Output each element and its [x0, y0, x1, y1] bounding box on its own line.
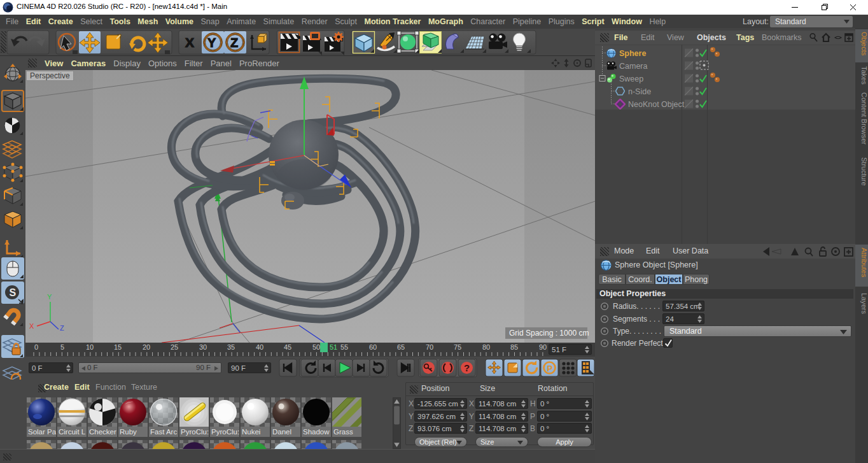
svg-text:Shadow: Shadow — [303, 428, 330, 436]
svg-text:85: 85 — [510, 343, 518, 351]
svg-text:PyroClu:: PyroClu: — [211, 428, 239, 436]
svg-text:55: 55 — [340, 343, 348, 351]
svg-text:Nukei: Nukei — [242, 428, 260, 436]
svg-text:51: 51 — [330, 343, 337, 351]
svg-text:75: 75 — [454, 343, 461, 351]
svg-text:50: 50 — [312, 343, 320, 351]
svg-text:X: X — [185, 35, 194, 50]
svg-text:Ruby: Ruby — [120, 428, 137, 436]
svg-text:5: 5 — [60, 343, 64, 351]
svg-text:45: 45 — [284, 343, 291, 351]
svg-text:35: 35 — [227, 343, 235, 351]
svg-text:Y: Y — [47, 293, 52, 301]
svg-text:P: P — [547, 364, 553, 373]
svg-text:25: 25 — [171, 343, 178, 351]
svg-text:Fast Arc: Fast Arc — [150, 428, 177, 436]
svg-text:S: S — [10, 287, 17, 298]
svg-text:Circuit L: Circuit L — [59, 428, 86, 436]
svg-text:70: 70 — [426, 343, 433, 351]
svg-text:15: 15 — [114, 343, 122, 351]
svg-text:60: 60 — [369, 343, 377, 351]
svg-text:30: 30 — [199, 343, 207, 351]
svg-text:65: 65 — [397, 343, 405, 351]
svg-text:80: 80 — [482, 343, 490, 351]
svg-text:PyroClu:: PyroClu: — [181, 428, 209, 436]
svg-text:0: 0 — [34, 343, 38, 351]
svg-text:Z: Z — [60, 324, 64, 331]
svg-text:Grass: Grass — [333, 428, 353, 436]
svg-text:40: 40 — [256, 343, 263, 351]
svg-text:Checker: Checker — [89, 428, 116, 436]
svg-text:X: X — [29, 322, 34, 330]
svg-text:Y: Y — [207, 36, 216, 50]
svg-text:10: 10 — [86, 343, 94, 351]
svg-text:Danel: Danel — [272, 428, 291, 436]
svg-text:Solar Pa: Solar Pa — [28, 428, 57, 436]
svg-text:90: 90 — [539, 343, 547, 351]
svg-text:20: 20 — [143, 343, 150, 351]
svg-text:Grid Spacing : 1000 cm: Grid Spacing : 1000 cm — [509, 329, 589, 338]
svg-text:?: ? — [464, 362, 470, 373]
svg-text:Z: Z — [230, 36, 238, 50]
